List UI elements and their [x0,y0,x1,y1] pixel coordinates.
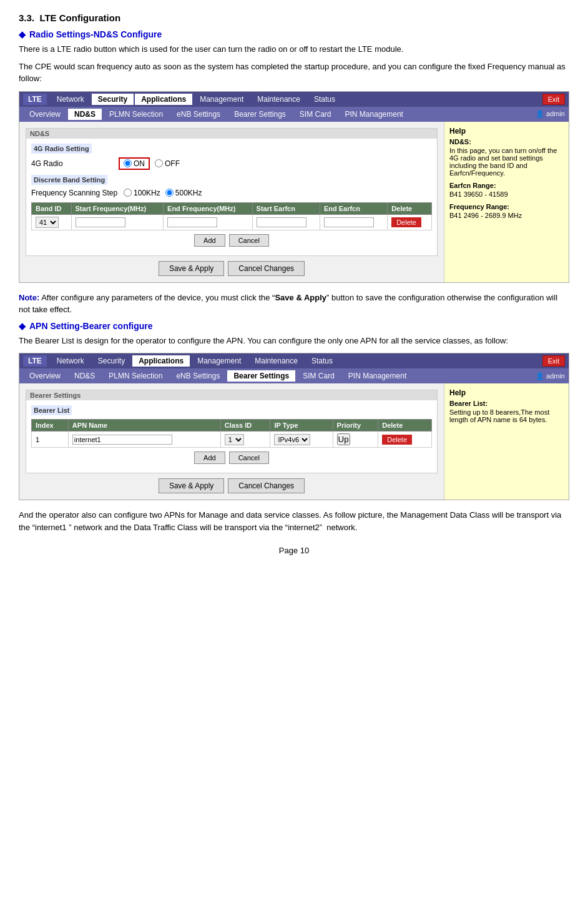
nav-tab-security[interactable]: Security [92,94,134,105]
frequency-table: Band ID Start Frequency(MHz) End Frequen… [31,202,432,230]
priority-up-button[interactable]: Up [337,433,350,445]
bearer-panel-body: Bearer Settings Bearer List Index APN Na… [19,383,569,500]
end-earfcn-input[interactable] [324,217,374,227]
start-earfcn-input[interactable] [257,217,306,227]
panel-body: ND&S 4G Radio Setting 4G Radio ON OFF [19,122,569,282]
bearer-cell-delete: Delete [378,432,432,448]
class-id-select[interactable]: 1 [225,434,244,445]
bearer-sub-tab-enb[interactable]: eNB Settings [170,370,226,382]
sub-tab-simcard[interactable]: SIM Card [293,109,338,120]
sub-tab-overview[interactable]: Overview [23,109,67,120]
col-end-earfcn: End Earfcn [320,202,387,214]
bearer-cancel-button[interactable]: Cancel [229,451,269,464]
nav-tab-applications[interactable]: Applications [135,94,192,105]
bearer-nav-tab-applications[interactable]: Applications [132,355,190,367]
end-freq-input[interactable] [167,217,217,227]
col-end-freq: End Frequency(MHz) [164,202,253,214]
band-section-subtitle: Discrete Band Setting [31,175,107,185]
bearer-help-panel: Help Bearer List: Setting up to 8 bearer… [444,383,569,500]
bearer-cell-priority: Up [333,432,378,448]
bearer-nav-tab-management[interactable]: Management [191,355,247,367]
freq-500-input[interactable] [165,189,174,197]
bearer-nav-tab-maintenance[interactable]: Maintenance [248,355,304,367]
exit-button[interactable]: Exit [542,94,565,105]
bearer-sub-tab-plmn[interactable]: PLMN Selection [102,370,169,382]
bearer-col-classid: Class ID [220,420,270,432]
bearer-sub-tab-pin[interactable]: PIN Management [342,370,413,382]
bearer-col-iptype: IP Type [270,420,333,432]
nav-tab-status[interactable]: Status [308,94,341,105]
radio-form-row: 4G Radio ON OFF [31,157,432,170]
help-nds-body: In this page, you can turn on/off the 4G… [449,147,564,177]
freq-500-label: 500KHz [175,189,202,197]
bearer-col-apn: APN Name [68,420,220,432]
radio-group: ON OFF [119,157,180,170]
sub-tab-plmn[interactable]: PLMN Selection [103,109,169,120]
cancel-button[interactable]: Cancel [229,234,269,247]
col-band-id: Band ID [32,202,72,214]
band-id-select[interactable]: 41 [36,217,59,228]
cell-band-id: 41 [32,214,72,230]
bearer-cancel-changes-button[interactable]: Cancel Changes [228,478,305,493]
bearer-settings-box-title: Bearer Settings [26,390,437,400]
bearer-cell-iptype: IPv4v6 IPv4 IPv6 [270,432,333,448]
sub-tab-pin[interactable]: PIN Management [339,109,409,120]
cancel-changes-button[interactable]: Cancel Changes [228,261,305,276]
freq-100-option[interactable]: 100KHz [124,189,160,197]
bearer-sub-tab-bearer[interactable]: Bearer Settings [227,370,295,382]
radio-off-option[interactable]: OFF [155,159,180,168]
bearer-cell-apn [68,432,220,448]
cell-delete: Delete [388,214,432,230]
apn-name-input[interactable] [72,435,172,445]
bearer-save-apply-button[interactable]: Save & Apply [159,478,224,493]
start-freq-input[interactable] [76,217,125,227]
bearer-nav-tab-network[interactable]: Network [51,355,91,367]
nav-tab-maintenance[interactable]: Maintenance [251,94,306,105]
radio-label: 4G Radio [31,159,112,168]
delete-row-button[interactable]: Delete [391,217,421,227]
radio-on-option[interactable]: ON [119,157,150,170]
nav-tab-management[interactable]: Management [194,94,250,105]
nds-panel: LTE Network Security Applications Manage… [19,91,569,283]
bearer-settings-box: Bearer Settings Bearer List Index APN Na… [26,390,438,473]
sub-tab-bearer[interactable]: Bearer Settings [228,109,292,120]
bearer-panel: LTE Network Security Applications Manage… [19,353,569,500]
subsection1-title: Radio Settings-ND&S Configure [19,29,569,39]
bearer-help-bearer-body: Setting up to 8 bearers,The most length … [449,408,564,423]
bearer-lte-label: LTE [23,355,47,367]
bearer-sub-tab-overview[interactable]: Overview [23,370,67,382]
note-paragraph: Note: After configure any parameters of … [19,292,569,316]
radio-on-input[interactable] [124,159,132,167]
col-delete: Delete [388,202,432,214]
help-section1: ND&S: In this page, you can turn on/off … [449,138,564,177]
save-apply-button[interactable]: Save & Apply [159,261,224,276]
bearer-sub-tab-nds[interactable]: ND&S [68,370,101,382]
help-freq-title: Frequency Range: [449,203,564,210]
nav-tab-network[interactable]: Network [51,94,91,105]
bearer-top-navbar: LTE Network Security Applications Manage… [19,353,569,368]
help-nds-title: ND&S: [449,138,564,146]
bearer-delete-button[interactable]: Delete [382,435,412,445]
ip-type-select[interactable]: IPv4v6 IPv4 IPv6 [274,434,310,445]
bearer-add-cancel-row: Add Cancel [31,451,432,464]
add-cancel-row: Add Cancel [31,234,432,247]
sub-tab-enb[interactable]: eNB Settings [170,109,227,120]
subsection2-para1: The Bearer List is design for the operat… [19,335,569,347]
radio-on-label: ON [134,159,145,168]
freq-scan-row: Frequency Scanning Step 100KHz 500KHz [31,189,432,197]
help-panel: Help ND&S: In this page, you can turn on… [444,122,569,282]
nds-settings-box: ND&S 4G Radio Setting 4G Radio ON OFF [26,128,438,256]
sub-tab-nds[interactable]: ND&S [68,109,102,120]
bearer-exit-button[interactable]: Exit [542,355,565,367]
admin-label: 👤 admin [536,110,565,118]
add-button[interactable]: Add [194,234,225,247]
freq-radio-group: 100KHz 500KHz [124,189,202,197]
freq-500-option[interactable]: 500KHz [165,189,202,197]
bearer-nav-tab-security[interactable]: Security [92,355,131,367]
radio-off-input[interactable] [155,159,163,167]
bearer-nav-tab-status[interactable]: Status [305,355,339,367]
freq-100-input[interactable] [124,189,132,197]
cell-start-earfcn [252,214,320,230]
bearer-sub-tab-simcard[interactable]: SIM Card [296,370,341,382]
bearer-add-button[interactable]: Add [194,451,225,464]
